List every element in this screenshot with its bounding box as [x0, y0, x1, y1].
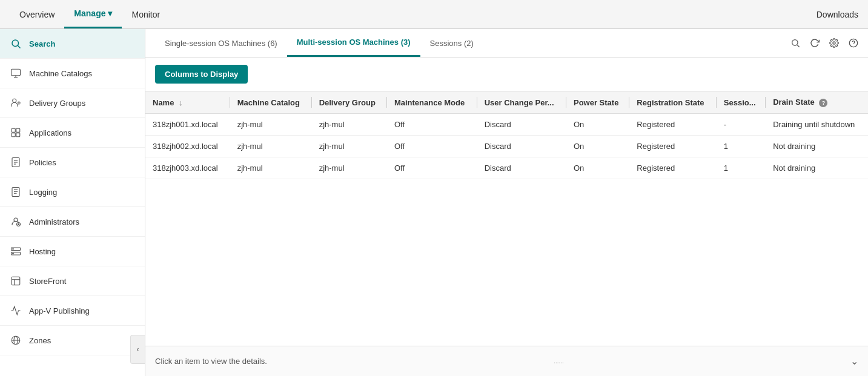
zones-icon	[10, 334, 22, 346]
cell-user-change-per: Discard	[477, 157, 566, 179]
cell-power-state: On	[566, 157, 629, 179]
svg-point-34	[833, 42, 835, 44]
cell-name: 318zjh001.xd.local	[145, 114, 230, 136]
cell-name: 318zjh003.xd.local	[145, 157, 230, 179]
search-icon[interactable]	[790, 38, 800, 48]
manage-dropdown-icon: ▾	[108, 8, 112, 18]
cell-maintenance-mode: Off	[387, 136, 477, 157]
col-header-machine-catalog[interactable]: Machine Catalog	[230, 91, 312, 114]
machine-catalog-icon	[10, 67, 22, 79]
cell-machine-catalog: zjh-mul	[230, 157, 312, 179]
svg-rect-6	[12, 128, 15, 132]
svg-rect-26	[12, 277, 20, 285]
col-header-user-change-per[interactable]: User Change Per...	[477, 91, 566, 114]
cell-name: 318zjh002.xd.local	[145, 136, 230, 157]
col-header-delivery-group[interactable]: Delivery Group	[312, 91, 387, 114]
bottom-panel: Click an item to view the details. .....…	[145, 346, 868, 376]
content-area: Single-session OS Machines (6) Multi-ses…	[145, 29, 868, 376]
cell-machine-catalog: zjh-mul	[230, 114, 312, 136]
storefront-icon	[10, 275, 22, 287]
policy-icon	[10, 156, 22, 168]
sidebar-item-hosting[interactable]: Hosting	[0, 237, 145, 266]
table-row[interactable]: 318zjh003.xd.local zjh-mul zjh-mul Off D…	[145, 157, 868, 179]
nav-overview[interactable]: Overview	[10, 1, 64, 28]
machines-table-container: Name ↓ Machine Catalog Delivery Group Ma…	[145, 91, 868, 346]
cell-drain-state: Not draining	[766, 157, 868, 179]
col-header-power-state[interactable]: Power State	[566, 91, 629, 114]
col-header-sessions[interactable]: Sessio...	[717, 91, 766, 114]
sort-icon: ↓	[179, 98, 183, 107]
delivery-group-icon	[10, 97, 22, 109]
svg-rect-9	[16, 133, 20, 137]
cell-registration-state: Registered	[629, 136, 716, 157]
svg-rect-2	[12, 69, 21, 76]
svg-point-0	[12, 40, 19, 47]
sidebar-label-storefront: StoreFront	[29, 277, 66, 286]
help-icon[interactable]	[849, 38, 858, 48]
cell-user-change-per: Discard	[477, 136, 566, 157]
chevron-left-icon: ‹	[137, 345, 139, 354]
sidebar-label-delivery-groups: Delivery Groups	[29, 99, 85, 108]
col-header-maintenance-mode[interactable]: Maintenance Mode	[387, 91, 477, 114]
tab-multi-session[interactable]: Multi-session OS Machines (3)	[287, 29, 420, 57]
svg-rect-14	[12, 188, 19, 197]
tab-single-session[interactable]: Single-session OS Machines (6)	[155, 30, 287, 56]
cell-drain-state: Not draining	[766, 136, 868, 157]
sidebar-item-storefront[interactable]: StoreFront	[0, 266, 145, 296]
cell-power-state: On	[566, 136, 629, 157]
cell-registration-state: Registered	[629, 114, 716, 136]
svg-line-1	[18, 45, 20, 48]
sidebar-label-hosting: Hosting	[29, 247, 56, 256]
sidebar-item-administrators[interactable]: Administrators	[0, 207, 145, 237]
cell-registration-state: Registered	[629, 157, 716, 179]
search-icon	[10, 38, 22, 50]
nav-downloads[interactable]: Downloads	[817, 10, 858, 19]
table-row[interactable]: 318zjh001.xd.local zjh-mul zjh-mul Off D…	[145, 114, 868, 136]
cell-power-state: On	[566, 114, 629, 136]
drain-state-info-icon[interactable]: ?	[819, 99, 827, 107]
logging-icon	[10, 186, 22, 198]
content-tabs-bar: Single-session OS Machines (6) Multi-ses…	[145, 29, 868, 58]
sidebar-item-machine-catalogs[interactable]: Machine Catalogs	[0, 59, 145, 88]
sidebar-label-logging: Logging	[29, 188, 57, 197]
cell-maintenance-mode: Off	[387, 157, 477, 179]
columns-to-display-button[interactable]: Columns to Display	[155, 65, 248, 84]
col-header-name[interactable]: Name ↓	[145, 91, 230, 114]
sidebar-item-delivery-groups[interactable]: Delivery Groups	[0, 88, 145, 118]
cell-user-change-per: Discard	[477, 114, 566, 136]
table-row[interactable]: 318zjh002.xd.local zjh-mul zjh-mul Off D…	[145, 136, 868, 157]
expand-panel-button[interactable]: ⌄	[850, 355, 858, 367]
application-icon	[10, 127, 22, 139]
table-header-row: Name ↓ Machine Catalog Delivery Group Ma…	[145, 91, 868, 114]
nav-monitor[interactable]: Monitor	[122, 1, 170, 28]
sidebar-item-appv-publishing[interactable]: App-V Publishing	[0, 296, 145, 326]
sidebar-item-search[interactable]: Search	[0, 29, 145, 59]
svg-point-25	[13, 253, 14, 254]
sidebar-item-zones[interactable]: Zones	[0, 326, 145, 355]
sidebar: Search Machine Catalogs Delivery Groups	[0, 29, 145, 376]
cell-sessions: -	[717, 114, 766, 136]
settings-icon[interactable]	[829, 38, 839, 48]
svg-point-24	[13, 249, 14, 250]
refresh-icon[interactable]	[810, 38, 820, 48]
admin-icon	[10, 216, 22, 228]
sidebar-collapse-button[interactable]: ‹	[130, 335, 145, 364]
sidebar-item-policies[interactable]: Policies	[0, 148, 145, 177]
main-layout: Search Machine Catalogs Delivery Groups	[0, 29, 868, 376]
tab-sessions[interactable]: Sessions (2)	[420, 30, 483, 56]
cell-machine-catalog: zjh-mul	[230, 136, 312, 157]
svg-rect-7	[16, 128, 20, 132]
cell-delivery-group: zjh-mul	[312, 136, 387, 157]
cell-delivery-group: zjh-mul	[312, 114, 387, 136]
machines-table: Name ↓ Machine Catalog Delivery Group Ma…	[145, 91, 868, 179]
sidebar-label-policies: Policies	[29, 158, 56, 167]
nav-manage[interactable]: Manage ▾	[64, 0, 122, 28]
sidebar-item-logging[interactable]: Logging	[0, 177, 145, 207]
svg-point-5	[13, 99, 16, 102]
col-header-drain-state[interactable]: Drain State ?	[766, 91, 868, 114]
cell-maintenance-mode: Off	[387, 114, 477, 136]
sidebar-item-applications[interactable]: Applications	[0, 118, 145, 148]
columns-toolbar: Columns to Display	[145, 58, 868, 91]
cell-drain-state: Draining until shutdown	[766, 114, 868, 136]
col-header-registration-state[interactable]: Registration State	[629, 91, 716, 114]
